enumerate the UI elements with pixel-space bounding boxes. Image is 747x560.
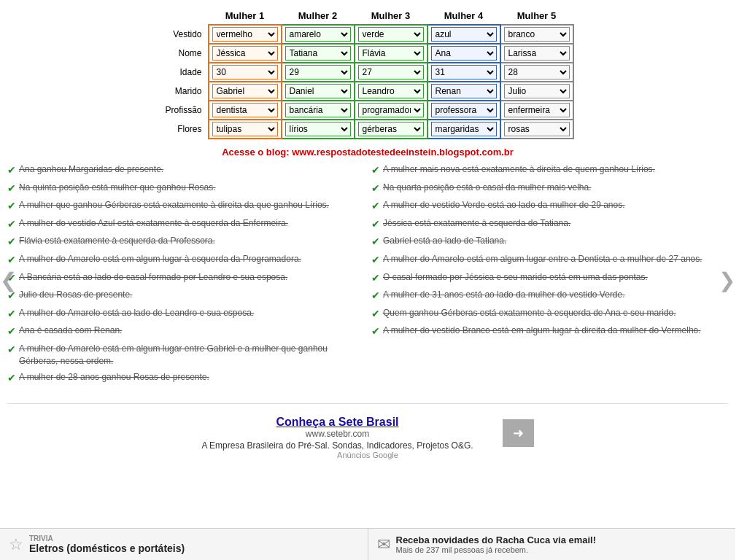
- clue-left-11: ✔A mulher de 28 anos ganhou Rosas de pre…: [7, 371, 364, 386]
- clue-left-10: ✔A mulher do Amarelo está em algum lugar…: [7, 343, 364, 368]
- cell-mulher1-marido[interactable]: Gabriel: [209, 82, 282, 101]
- cell-mulher5-marido[interactable]: Julio: [500, 82, 573, 101]
- select-mulher2-nome[interactable]: Tatiana: [285, 46, 351, 61]
- cell-mulher2-vestido[interactable]: amarelo: [282, 25, 355, 44]
- clue-text: A mulher que ganhou Gérberas está exatam…: [19, 199, 329, 211]
- cell-mulher1-nome[interactable]: Jéssica: [209, 44, 282, 63]
- cell-mulher2-nome[interactable]: Tatiana: [282, 44, 355, 63]
- promo-bar: Acesse o blog: www.respostadotestedeeins…: [7, 147, 728, 158]
- cell-mulher5-nome[interactable]: Larissa: [500, 44, 573, 63]
- cell-mulher4-flores[interactable]: margaridas: [427, 120, 500, 139]
- cell-mulher1-vestido[interactable]: vermelho: [209, 25, 282, 44]
- cell-mulher4-idade[interactable]: 31: [427, 63, 500, 82]
- check-icon: ✔: [7, 371, 16, 386]
- grid-row-marido: MaridoGabrielDanielLeandroRenanJulio: [161, 82, 573, 101]
- cell-mulher5-idade[interactable]: 28: [500, 63, 573, 82]
- cell-mulher2-marido[interactable]: Daniel: [282, 82, 355, 101]
- select-mulher3-profissão[interactable]: programador: [358, 103, 424, 117]
- select-mulher1-profissão[interactable]: dentista: [212, 103, 278, 117]
- nav-right-arrow[interactable]: ❯: [719, 268, 735, 292]
- cell-mulher3-marido[interactable]: Leandro: [355, 82, 427, 101]
- check-icon: ✔: [371, 253, 380, 268]
- cell-mulher4-profissão[interactable]: professora: [427, 101, 500, 120]
- select-mulher3-marido[interactable]: Leandro: [358, 84, 424, 98]
- select-mulher2-marido[interactable]: Daniel: [285, 84, 351, 98]
- row-label-5: Flores: [161, 120, 208, 139]
- clue-left-8: ✔A mulher do Amarelo está ao lado de Lea…: [7, 307, 364, 322]
- cell-mulher3-profissão[interactable]: programador: [355, 101, 427, 120]
- check-icon: ✔: [7, 217, 16, 232]
- footer-arrow-button[interactable]: ➜: [503, 419, 534, 447]
- row-label-0: Vestido: [161, 25, 208, 44]
- select-mulher4-idade[interactable]: 31: [431, 65, 497, 79]
- cell-mulher5-flores[interactable]: rosas: [500, 120, 573, 139]
- select-mulher3-idade[interactable]: 27: [358, 65, 424, 79]
- select-mulher3-nome[interactable]: Flávia: [358, 46, 424, 61]
- select-mulher4-profissão[interactable]: professora: [431, 103, 497, 117]
- clue-text: A mulher mais nova está exatamente à dir…: [383, 163, 655, 176]
- select-mulher5-flores[interactable]: rosas: [504, 122, 570, 136]
- select-mulher5-idade[interactable]: 28: [504, 65, 570, 79]
- select-mulher2-flores[interactable]: lírios: [285, 122, 351, 136]
- row-label-1: Nome: [161, 44, 208, 63]
- clue-left-5: ✔A mulher do Amarelo está em algum lugar…: [7, 253, 364, 268]
- select-mulher4-marido[interactable]: Renan: [431, 84, 497, 98]
- clues-right: ✔A mulher mais nova está exatamente à di…: [371, 163, 728, 389]
- cell-mulher2-profissão[interactable]: bancária: [282, 101, 355, 120]
- clue-text: Ana é casada com Renan.: [19, 324, 122, 337]
- footer-ad: Conheça a Sete Brasil www.setebr.com A E…: [7, 403, 728, 459]
- select-mulher4-nome[interactable]: Ana: [431, 46, 497, 61]
- nav-left-arrow[interactable]: ❮: [0, 268, 17, 292]
- cell-mulher2-idade[interactable]: 29: [282, 63, 355, 82]
- cell-mulher4-nome[interactable]: Ana: [427, 44, 500, 63]
- select-mulher1-nome[interactable]: Jéssica: [212, 46, 278, 61]
- check-icon: ✔: [371, 235, 380, 249]
- select-mulher3-vestido[interactable]: verde: [358, 27, 424, 42]
- cell-mulher2-flores[interactable]: lírios: [282, 120, 355, 139]
- select-mulher2-idade[interactable]: 29: [285, 65, 351, 79]
- clue-text: A mulher do vestido Branco está em algum…: [383, 324, 701, 337]
- select-mulher5-profissão[interactable]: enfermeira: [504, 103, 570, 117]
- check-icon: ✔: [371, 324, 380, 339]
- ads-label: Anúncios Google: [7, 451, 728, 459]
- select-mulher4-vestido[interactable]: azul: [431, 27, 497, 42]
- check-icon: ✔: [371, 182, 380, 196]
- cell-mulher4-vestido[interactable]: azul: [427, 25, 500, 44]
- select-mulher5-nome[interactable]: Larissa: [504, 46, 570, 61]
- cell-mulher3-vestido[interactable]: verde: [355, 25, 427, 44]
- select-mulher4-flores[interactable]: margaridas: [431, 122, 497, 136]
- check-icon: ✔: [7, 307, 16, 322]
- select-mulher2-vestido[interactable]: amarelo: [285, 27, 351, 42]
- cell-mulher3-flores[interactable]: gérberas: [355, 120, 427, 139]
- check-icon: ✔: [7, 163, 16, 178]
- cell-mulher1-flores[interactable]: tulipas: [209, 120, 282, 139]
- select-mulher1-vestido[interactable]: vermelho: [212, 27, 278, 42]
- clue-text: A mulher do Amarelo está em algum lugar …: [19, 253, 301, 265]
- select-mulher1-flores[interactable]: tulipas: [212, 122, 278, 136]
- clue-text: A mulher de 28 anos ganhou Rosas de pres…: [19, 371, 209, 384]
- cell-mulher3-idade[interactable]: 27: [355, 63, 427, 82]
- cell-mulher1-idade[interactable]: 30: [209, 63, 282, 82]
- clue-left-3: ✔A mulher do vestido Azul está exatament…: [7, 217, 364, 232]
- cell-mulher5-vestido[interactable]: branco: [500, 25, 573, 44]
- cell-mulher3-nome[interactable]: Flávia: [355, 44, 427, 63]
- cell-mulher1-profissão[interactable]: dentista: [209, 101, 282, 120]
- select-mulher5-marido[interactable]: Julio: [504, 84, 570, 98]
- clue-left-1: ✔Na quinta posição está mulher que ganho…: [7, 182, 364, 196]
- column-header-mulher4: Mulher 4: [427, 7, 500, 25]
- select-mulher1-idade[interactable]: 30: [212, 65, 278, 79]
- clue-left-9: ✔Ana é casada com Renan.: [7, 324, 364, 339]
- row-label-2: Idade: [161, 63, 208, 82]
- clue-text: Julio deu Rosas de presente.: [19, 289, 132, 301]
- cell-mulher5-profissão[interactable]: enfermeira: [500, 101, 573, 120]
- check-icon: ✔: [371, 271, 380, 286]
- select-mulher2-profissão[interactable]: bancária: [285, 103, 351, 117]
- select-mulher1-marido[interactable]: Gabriel: [212, 84, 278, 98]
- grid-row-idade: Idade3029273128: [161, 63, 573, 82]
- check-icon: ✔: [371, 199, 380, 214]
- cell-mulher4-marido[interactable]: Renan: [427, 82, 500, 101]
- select-mulher3-flores[interactable]: gérberas: [358, 122, 424, 136]
- select-mulher5-vestido[interactable]: branco: [504, 27, 570, 42]
- footer-link[interactable]: Conheça a Sete Brasil: [276, 416, 398, 428]
- grid-row-nome: NomeJéssicaTatianaFláviaAnaLarissa: [161, 44, 573, 63]
